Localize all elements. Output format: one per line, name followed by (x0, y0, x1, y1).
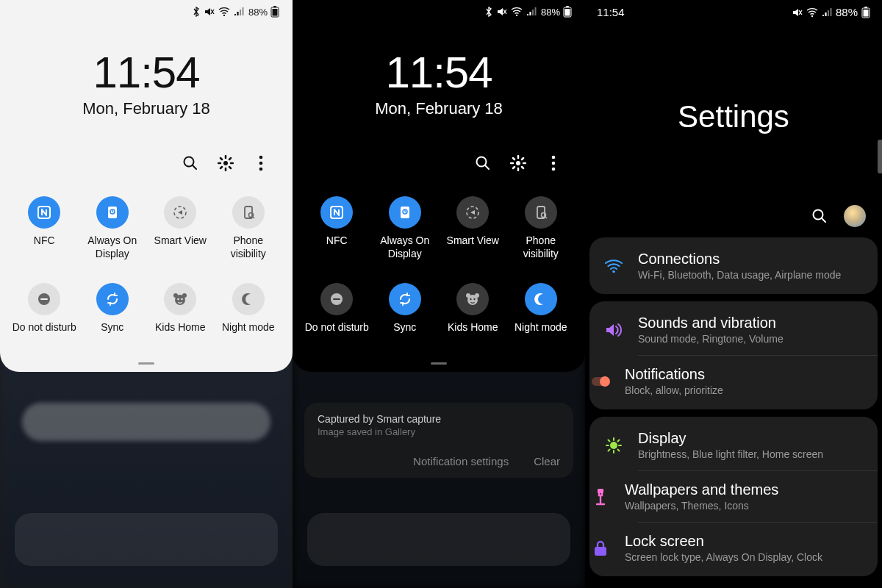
quick-panel-screen-light: 88% 11:54 Mon, February 18 NFCAlways On … (0, 0, 293, 588)
settings-item-subtitle: Screen lock type, Always On Display, Clo… (625, 551, 822, 563)
svg-point-8 (259, 168, 263, 171)
light-toggle-kids: Kids Home (146, 283, 215, 348)
phonevis-toggle-label: Phone visibility (507, 234, 576, 261)
panel-drag-handle[interactable] (138, 362, 154, 365)
dnd-toggle-button[interactable] (28, 283, 60, 315)
search-icon[interactable] (182, 155, 198, 171)
battery-percent: 88% (541, 7, 560, 18)
svg-point-5 (223, 161, 228, 165)
settings-item-notif[interactable]: NotificationsBlock, allow, prioritize (638, 355, 878, 406)
aod-toggle-label: Always On Display (371, 234, 440, 261)
settings-item-subtitle: Brightness, Blue light filter, Home scre… (638, 448, 823, 460)
nfc-toggle-label: NFC (34, 234, 55, 261)
svg-rect-3 (273, 9, 278, 16)
nfc-toggle-button[interactable] (28, 196, 60, 229)
status-bar: 11:54 88% (585, 0, 882, 18)
nfc-toggle-button[interactable] (320, 196, 353, 229)
quick-toggles-grid: NFCAlways On DisplaySmart ViewPhone visi… (10, 196, 282, 348)
status-clock: 11:54 (597, 6, 625, 18)
smartview-toggle-label: Smart View (447, 234, 499, 261)
search-icon[interactable] (475, 155, 491, 171)
settings-item-title: Lock screen (625, 533, 822, 550)
light-toggle-aod: Always On Display (79, 196, 147, 261)
status-bar: 88% (303, 4, 575, 19)
smartview-toggle-button[interactable] (164, 196, 196, 229)
kids-toggle-label: Kids Home (448, 321, 498, 348)
aod-toggle-button[interactable] (96, 196, 129, 229)
wifi-icon (511, 7, 523, 16)
account-avatar[interactable] (844, 205, 866, 227)
settings-group: Sounds and vibrationSound mode, Ringtone… (589, 301, 878, 409)
battery-percent: 88% (248, 7, 268, 18)
wifi-icon (603, 255, 625, 277)
night-toggle-button[interactable] (525, 283, 557, 315)
screenshot-notification[interactable]: Captured by Smart capture Image saved in… (304, 403, 573, 478)
settings-item-title: Connections (638, 251, 841, 268)
settings-group: ConnectionsWi-Fi, Bluetooth, Data usage,… (589, 237, 878, 294)
quick-toggles-grid: NFCAlways On DisplaySmart ViewPhone visi… (303, 196, 575, 348)
svg-point-29 (552, 162, 556, 165)
more-icon[interactable] (253, 155, 269, 171)
quick-settings-panel: 88% 11:54 Mon, February 18 NFCAlways On … (0, 0, 293, 372)
dark-toggle-smartview: Smart View (439, 196, 507, 261)
sync-toggle-button[interactable] (389, 283, 421, 315)
clock-date: Mon, February 18 (10, 99, 282, 118)
light-toggle-dnd: Do not disturb (10, 283, 79, 348)
svg-rect-53 (598, 489, 603, 493)
smartview-toggle-label: Smart View (154, 234, 207, 261)
settings-item-sound[interactable]: Sounds and vibrationSound mode, Ringtone… (589, 304, 878, 355)
clock-time: 11:54 (10, 47, 282, 98)
clock-date: Mon, February 18 (303, 99, 575, 118)
svg-rect-25 (565, 9, 570, 16)
svg-point-22 (516, 15, 517, 16)
notification-clear-button[interactable]: Clear (534, 455, 560, 467)
signal-icon (234, 7, 244, 16)
night-toggle-label: Night mode (222, 321, 275, 348)
smartview-toggle-button[interactable] (456, 196, 489, 229)
sync-toggle-label: Sync (393, 321, 416, 348)
night-toggle-button[interactable] (232, 283, 265, 315)
kids-toggle-button[interactable] (164, 283, 196, 315)
settings-item-wall[interactable]: Wallpapers and themesWallpapers, Themes,… (638, 470, 878, 522)
quick-panel-screen-dark: 88% 11:54 Mon, February 18 NFCAlways On … (293, 0, 585, 588)
settings-item-subtitle: Block, allow, prioritize (625, 384, 723, 396)
svg-rect-16 (40, 298, 48, 300)
svg-point-41 (475, 293, 479, 298)
settings-item-wifi[interactable]: ConnectionsWi-Fi, Bluetooth, Data usage,… (589, 240, 878, 291)
signal-icon (822, 8, 832, 17)
display-icon (603, 434, 625, 456)
notification-settings-button[interactable]: Notification settings (413, 455, 509, 467)
panel-drag-handle[interactable] (431, 362, 447, 365)
settings-item-lock[interactable]: Lock screenScreen lock type, Always On D… (638, 522, 878, 573)
night-toggle-label: Night mode (514, 321, 567, 348)
phonevis-toggle-button[interactable] (232, 196, 265, 229)
scroll-indicator[interactable] (878, 140, 882, 173)
light-toggle-nfc: NFC (10, 196, 79, 261)
sync-toggle-button[interactable] (96, 283, 129, 315)
more-icon[interactable] (545, 155, 562, 171)
svg-rect-38 (333, 298, 340, 300)
dark-toggle-kids: Kids Home (439, 283, 507, 348)
gear-icon[interactable] (510, 155, 526, 171)
settings-item-title: Wallpapers and themes (625, 481, 778, 498)
svg-point-42 (470, 298, 472, 300)
light-toggle-phonevis: Phone visibility (215, 196, 283, 261)
light-toggle-sync: Sync (79, 283, 147, 348)
battery-icon (270, 6, 279, 18)
kids-toggle-button[interactable] (456, 283, 489, 315)
gear-icon[interactable] (218, 155, 234, 171)
svg-rect-47 (864, 10, 869, 17)
search-icon[interactable] (811, 208, 828, 224)
aod-toggle-button[interactable] (389, 196, 421, 229)
phonevis-toggle-button[interactable] (525, 196, 557, 229)
svg-point-21 (182, 298, 183, 300)
home-search-bar-hint (22, 403, 270, 441)
dark-toggle-phonevis: Phone visibility (507, 196, 576, 261)
settings-group: DisplayBrightness, Blue light filter, Ho… (589, 417, 878, 576)
svg-point-28 (552, 156, 556, 159)
settings-item-display[interactable]: DisplayBrightness, Blue light filter, Ho… (589, 420, 878, 470)
dnd-toggle-button[interactable] (320, 283, 353, 315)
svg-point-52 (610, 442, 617, 449)
signal-icon (526, 7, 537, 16)
svg-rect-10 (108, 207, 117, 218)
